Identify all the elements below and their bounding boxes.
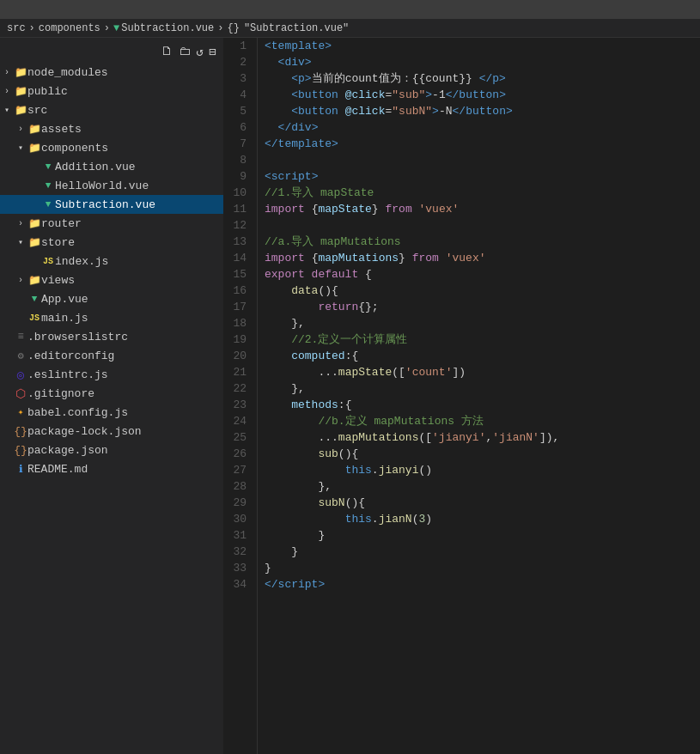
sidebar-item-label: node_modules xyxy=(27,66,108,79)
code-line: <p>当前的count值为：{{count}} </p> xyxy=(265,70,700,87)
code-line: //b.定义 mapMutations 方法 xyxy=(265,413,700,429)
sidebar-item-label: router xyxy=(41,217,82,230)
sidebar-item-assets[interactable]: 📁assets xyxy=(0,119,223,138)
folder-icon: 📁 xyxy=(27,142,41,155)
breadcrumb-components[interactable]: components xyxy=(39,22,100,34)
code-line: } xyxy=(265,560,700,576)
js-icon: JS xyxy=(41,255,55,267)
sidebar-item-label: assets xyxy=(41,123,82,136)
sidebar-item-label: Addition.vue xyxy=(55,161,136,173)
code-line xyxy=(265,217,700,234)
breadcrumb-filename[interactable]: Subtraction.vue xyxy=(121,22,214,34)
code-line: }, xyxy=(265,315,700,331)
code-line: ...mapState(['count']) xyxy=(265,364,700,380)
folder-icon: 📁 xyxy=(14,104,27,117)
code-line xyxy=(265,152,700,168)
code-line: </template> xyxy=(265,136,700,152)
sidebar-item-public[interactable]: 📁public xyxy=(0,82,223,100)
vue-icon: ▼ xyxy=(41,179,55,192)
code-line: <div> xyxy=(265,54,700,70)
sidebar-item-label: .gitignore xyxy=(27,387,94,400)
code-line: </div> xyxy=(265,119,700,136)
folder-icon: 📁 xyxy=(27,217,41,230)
sidebar-item-babel.config.js[interactable]: ✦babel.config.js xyxy=(0,403,223,422)
sidebar-item-Subtraction.vue[interactable]: ▼Subtraction.vue xyxy=(0,195,223,214)
line-number: 5 xyxy=(223,103,247,119)
folder-icon: 📁 xyxy=(27,236,41,249)
sidebar-item-App.vue[interactable]: ▼App.vue xyxy=(0,289,223,308)
editorconfig-icon: ⚙ xyxy=(14,350,27,362)
sidebar-item-.browserslistrc[interactable]: ≡.browserslistrc xyxy=(0,327,223,346)
refresh-icon[interactable]: ↺ xyxy=(196,45,204,59)
folder-icon: 📁 xyxy=(27,123,41,136)
line-number: 20 xyxy=(223,348,247,364)
sidebar-item-store[interactable]: 📁store xyxy=(0,233,223,252)
line-number: 9 xyxy=(223,168,247,185)
code-line: this.jianN(3) xyxy=(265,511,700,527)
line-number: 26 xyxy=(223,446,247,462)
line-number: 2 xyxy=(223,54,247,70)
readme-icon: ℹ xyxy=(14,463,27,476)
line-number: 19 xyxy=(223,331,247,348)
sidebar-item-label: .browserslistrc xyxy=(27,331,128,344)
code-line: } xyxy=(265,544,700,560)
new-folder-icon[interactable]: 🗀 xyxy=(179,45,192,59)
arrow-icon xyxy=(14,219,27,228)
sidebar-item-README.md[interactable]: ℹREADME.md xyxy=(0,459,223,478)
sidebar-item-label: package-lock.json xyxy=(27,425,142,438)
sidebar-item-.gitignore[interactable]: ⬡.gitignore xyxy=(0,384,223,403)
sidebar-item-.eslintrc.js[interactable]: ◎.eslintrc.js xyxy=(0,365,223,384)
breadcrumb-sep2: › xyxy=(104,22,110,34)
sidebar-item-Addition.vue[interactable]: ▼Addition.vue xyxy=(0,157,223,176)
code-line: }, xyxy=(265,478,700,495)
new-file-icon[interactable]: 🗋 xyxy=(161,45,173,59)
sidebar-item-label: main.js xyxy=(41,312,88,325)
line-number: 21 xyxy=(223,364,247,380)
line-number: 18 xyxy=(223,315,247,331)
breadcrumb-bar: src › components › ▼ Subtraction.vue › {… xyxy=(0,19,700,38)
sidebar-item-src[interactable]: 📁src xyxy=(0,100,223,119)
code-line: computed:{ xyxy=(265,348,700,364)
code-line: <script> xyxy=(265,168,700,185)
code-line: return{}; xyxy=(265,299,700,315)
sidebar: 🗋 🗀 ↺ ⊟ 📁node_modules📁public📁src📁assets📁… xyxy=(0,38,223,754)
sidebar-item-views[interactable]: 📁views xyxy=(0,271,223,289)
sidebar-item-node_modules[interactable]: 📁node_modules xyxy=(0,63,223,82)
sidebar-item-label: views xyxy=(41,274,75,287)
sidebar-item-package-lock.json[interactable]: {}package-lock.json xyxy=(0,422,223,441)
breadcrumb-symbol[interactable]: "Subtraction.vue" xyxy=(244,22,349,34)
line-number: 17 xyxy=(223,299,247,315)
folder-icon: 📁 xyxy=(14,85,27,98)
line-number: 27 xyxy=(223,462,247,478)
line-number: 22 xyxy=(223,380,247,397)
sidebar-item-router[interactable]: 📁router xyxy=(0,214,223,233)
code-line: import {mapState} from 'vuex' xyxy=(265,201,700,217)
code-line: import {mapMutations} from 'vuex' xyxy=(265,250,700,266)
js-icon: JS xyxy=(27,312,41,324)
pkg-icon: {} xyxy=(14,425,27,438)
breadcrumb-src[interactable]: src xyxy=(7,22,26,34)
editor-area[interactable]: 1234567891011121314151617181920212223242… xyxy=(223,38,700,754)
breadcrumb-obj-icon: {} xyxy=(227,22,239,34)
sidebar-item-label: Subtraction.vue xyxy=(55,198,155,211)
folder-icon: 📁 xyxy=(14,66,27,79)
line-number: 34 xyxy=(223,576,247,593)
arrow-icon xyxy=(0,87,14,96)
code-line: }, xyxy=(265,380,700,397)
collapse-icon[interactable]: ⊟ xyxy=(209,45,216,59)
sidebar-item-.editorconfig[interactable]: ⚙.editorconfig xyxy=(0,346,223,365)
line-number: 25 xyxy=(223,429,247,446)
arrow-icon xyxy=(14,237,27,247)
sidebar-item-components[interactable]: 📁components xyxy=(0,138,223,157)
sidebar-item-index.js[interactable]: JSindex.js xyxy=(0,252,223,271)
line-number: 29 xyxy=(223,495,247,511)
sidebar-item-package.json[interactable]: {}package.json xyxy=(0,441,223,459)
sidebar-item-main.js[interactable]: JSmain.js xyxy=(0,308,223,327)
sidebar-item-HelloWorld.vue[interactable]: ▼HelloWorld.vue xyxy=(0,176,223,195)
code-line: </script> xyxy=(265,576,700,593)
browserslist-icon: ≡ xyxy=(14,331,27,343)
line-number: 32 xyxy=(223,544,247,560)
line-numbers: 1234567891011121314151617181920212223242… xyxy=(223,38,258,754)
code-line: sub(){ xyxy=(265,446,700,462)
line-number: 8 xyxy=(223,152,247,168)
